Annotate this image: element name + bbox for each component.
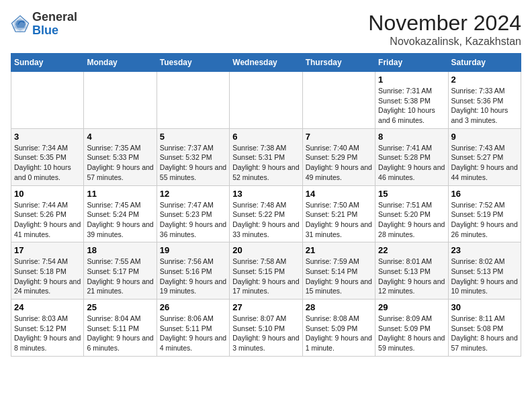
logo-general-text: General (32, 10, 77, 24)
day-number: 17 (14, 245, 81, 255)
day-info: Sunrise: 7:43 AM Sunset: 5:27 PM Dayligh… (451, 143, 518, 183)
calendar-day-cell (157, 72, 229, 129)
day-info: Sunrise: 8:06 AM Sunset: 5:11 PM Dayligh… (160, 314, 226, 353)
day-info: Sunrise: 7:35 AM Sunset: 5:33 PM Dayligh… (87, 143, 153, 183)
day-number: 5 (160, 132, 226, 142)
day-number: 8 (378, 132, 445, 142)
calendar-day-cell: 27Sunrise: 8:07 AM Sunset: 5:10 PM Dayli… (230, 300, 302, 357)
generalblue-icon (11, 15, 30, 34)
calendar-day-cell (11, 72, 84, 129)
day-number: 6 (232, 132, 299, 142)
calendar-day-cell: 25Sunrise: 8:04 AM Sunset: 5:11 PM Dayli… (84, 300, 157, 357)
calendar-day-cell: 4Sunrise: 7:35 AM Sunset: 5:33 PM Daylig… (84, 128, 157, 185)
calendar-day-cell: 20Sunrise: 7:58 AM Sunset: 5:15 PM Dayli… (230, 242, 302, 300)
calendar-day-cell: 2Sunrise: 7:33 AM Sunset: 5:36 PM Daylig… (448, 72, 521, 129)
calendar-day-cell (302, 72, 375, 129)
calendar-body: 1Sunrise: 7:31 AM Sunset: 5:38 PM Daylig… (11, 72, 521, 357)
calendar-day-cell: 12Sunrise: 7:47 AM Sunset: 5:23 PM Dayli… (157, 185, 229, 242)
day-number: 30 (451, 302, 518, 312)
calendar-day-cell: 6Sunrise: 7:38 AM Sunset: 5:31 PM Daylig… (230, 128, 302, 185)
day-info: Sunrise: 7:52 AM Sunset: 5:19 PM Dayligh… (451, 200, 518, 240)
day-number: 14 (306, 189, 372, 199)
calendar-day-cell: 16Sunrise: 7:52 AM Sunset: 5:19 PM Dayli… (448, 185, 521, 242)
weekday-header-cell: Friday (375, 54, 448, 72)
calendar-day-cell: 19Sunrise: 7:56 AM Sunset: 5:16 PM Dayli… (157, 242, 229, 300)
day-number: 29 (378, 302, 445, 312)
calendar-day-cell: 11Sunrise: 7:45 AM Sunset: 5:24 PM Dayli… (84, 185, 157, 242)
weekday-header-cell: Thursday (302, 54, 375, 72)
day-info: Sunrise: 8:09 AM Sunset: 5:09 PM Dayligh… (378, 314, 445, 353)
weekday-header-cell: Saturday (448, 54, 521, 72)
calendar-day-cell (230, 72, 302, 129)
calendar-week-row: 3Sunrise: 7:34 AM Sunset: 5:35 PM Daylig… (11, 128, 521, 185)
day-info: Sunrise: 7:50 AM Sunset: 5:21 PM Dayligh… (306, 200, 372, 240)
day-number: 19 (160, 245, 226, 255)
day-info: Sunrise: 7:41 AM Sunset: 5:28 PM Dayligh… (378, 143, 445, 183)
weekday-header-row: SundayMondayTuesdayWednesdayThursdayFrid… (11, 54, 521, 72)
calendar-day-cell: 23Sunrise: 8:02 AM Sunset: 5:13 PM Dayli… (448, 242, 521, 300)
calendar-table: SundayMondayTuesdayWednesdayThursdayFrid… (11, 53, 521, 357)
calendar-day-cell: 21Sunrise: 7:59 AM Sunset: 5:14 PM Dayli… (302, 242, 375, 300)
day-number: 3 (14, 132, 81, 142)
calendar-day-cell: 14Sunrise: 7:50 AM Sunset: 5:21 PM Dayli… (302, 185, 375, 242)
calendar-day-cell: 3Sunrise: 7:34 AM Sunset: 5:35 PM Daylig… (11, 128, 84, 185)
calendar-day-cell: 10Sunrise: 7:44 AM Sunset: 5:26 PM Dayli… (11, 185, 84, 242)
day-number: 4 (87, 132, 153, 142)
day-number: 11 (87, 189, 153, 199)
day-info: Sunrise: 8:11 AM Sunset: 5:08 PM Dayligh… (451, 314, 518, 353)
day-number: 12 (160, 189, 226, 199)
calendar-day-cell: 22Sunrise: 8:01 AM Sunset: 5:13 PM Dayli… (375, 242, 448, 300)
weekday-header-cell: Wednesday (230, 54, 302, 72)
day-info: Sunrise: 8:02 AM Sunset: 5:13 PM Dayligh… (451, 257, 518, 296)
day-info: Sunrise: 7:40 AM Sunset: 5:29 PM Dayligh… (306, 143, 372, 183)
day-number: 10 (14, 189, 81, 199)
day-info: Sunrise: 7:34 AM Sunset: 5:35 PM Dayligh… (14, 143, 81, 183)
day-info: Sunrise: 7:31 AM Sunset: 5:38 PM Dayligh… (378, 86, 445, 126)
calendar-day-cell: 8Sunrise: 7:41 AM Sunset: 5:28 PM Daylig… (375, 128, 448, 185)
day-number: 21 (306, 245, 372, 255)
day-number: 16 (451, 189, 518, 199)
day-info: Sunrise: 7:59 AM Sunset: 5:14 PM Dayligh… (306, 257, 372, 296)
day-number: 22 (378, 245, 445, 255)
day-number: 2 (451, 75, 518, 85)
calendar-day-cell: 28Sunrise: 8:08 AM Sunset: 5:09 PM Dayli… (302, 300, 375, 357)
calendar-day-cell: 29Sunrise: 8:09 AM Sunset: 5:09 PM Dayli… (375, 300, 448, 357)
day-info: Sunrise: 7:56 AM Sunset: 5:16 PM Dayligh… (160, 257, 226, 296)
calendar-week-row: 10Sunrise: 7:44 AM Sunset: 5:26 PM Dayli… (11, 185, 521, 242)
day-number: 9 (451, 132, 518, 142)
day-info: Sunrise: 7:44 AM Sunset: 5:26 PM Dayligh… (14, 200, 81, 240)
month-title: November 2024 (368, 11, 521, 36)
day-info: Sunrise: 8:03 AM Sunset: 5:12 PM Dayligh… (14, 314, 81, 353)
day-number: 1 (378, 75, 445, 85)
day-number: 23 (451, 245, 518, 255)
day-info: Sunrise: 8:01 AM Sunset: 5:13 PM Dayligh… (378, 257, 445, 296)
calendar-week-row: 24Sunrise: 8:03 AM Sunset: 5:12 PM Dayli… (11, 300, 521, 357)
calendar-day-cell: 30Sunrise: 8:11 AM Sunset: 5:08 PM Dayli… (448, 300, 521, 357)
day-info: Sunrise: 7:33 AM Sunset: 5:36 PM Dayligh… (451, 86, 518, 126)
location-title: Novokazalinsk, Kazakhstan (368, 36, 521, 48)
day-info: Sunrise: 8:04 AM Sunset: 5:11 PM Dayligh… (87, 314, 153, 353)
day-info: Sunrise: 7:37 AM Sunset: 5:32 PM Dayligh… (160, 143, 226, 183)
calendar-day-cell: 17Sunrise: 7:54 AM Sunset: 5:18 PM Dayli… (11, 242, 84, 300)
day-number: 20 (232, 245, 299, 255)
calendar-week-row: 17Sunrise: 7:54 AM Sunset: 5:18 PM Dayli… (11, 242, 521, 300)
day-info: Sunrise: 7:45 AM Sunset: 5:24 PM Dayligh… (87, 200, 153, 240)
day-info: Sunrise: 7:51 AM Sunset: 5:20 PM Dayligh… (378, 200, 445, 240)
day-info: Sunrise: 8:08 AM Sunset: 5:09 PM Dayligh… (306, 314, 372, 353)
calendar-day-cell: 13Sunrise: 7:48 AM Sunset: 5:22 PM Dayli… (230, 185, 302, 242)
day-number: 28 (306, 302, 372, 312)
calendar-day-cell: 7Sunrise: 7:40 AM Sunset: 5:29 PM Daylig… (302, 128, 375, 185)
weekday-header-cell: Tuesday (157, 54, 229, 72)
day-number: 15 (378, 189, 445, 199)
day-number: 18 (87, 245, 153, 255)
day-info: Sunrise: 7:38 AM Sunset: 5:31 PM Dayligh… (232, 143, 299, 183)
day-number: 27 (232, 302, 299, 312)
logo: General Blue (11, 11, 77, 38)
day-info: Sunrise: 7:47 AM Sunset: 5:23 PM Dayligh… (160, 200, 226, 240)
calendar-day-cell: 9Sunrise: 7:43 AM Sunset: 5:27 PM Daylig… (448, 128, 521, 185)
day-info: Sunrise: 7:48 AM Sunset: 5:22 PM Dayligh… (232, 200, 299, 240)
calendar-day-cell: 1Sunrise: 7:31 AM Sunset: 5:38 PM Daylig… (375, 72, 448, 129)
day-number: 26 (160, 302, 226, 312)
calendar-day-cell: 5Sunrise: 7:37 AM Sunset: 5:32 PM Daylig… (157, 128, 229, 185)
calendar-day-cell: 15Sunrise: 7:51 AM Sunset: 5:20 PM Dayli… (375, 185, 448, 242)
